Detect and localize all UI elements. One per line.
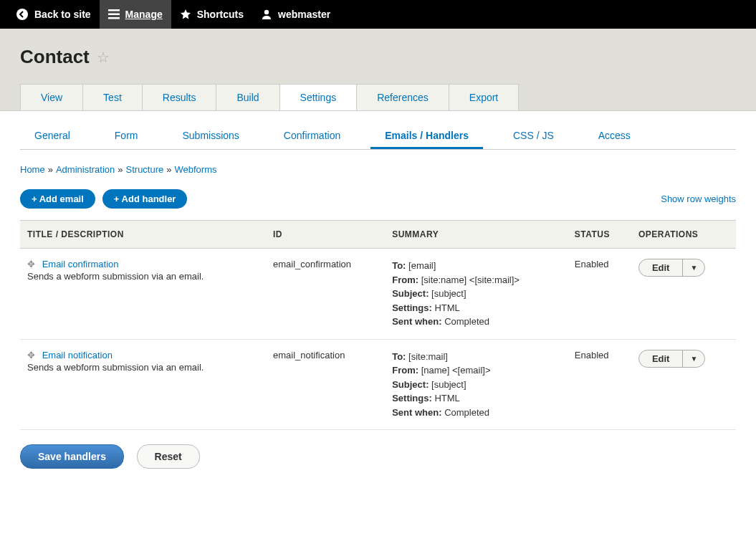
col-title: TITLE / DESCRIPTION — [20, 221, 266, 249]
summary-line: Subject: [subject] — [392, 287, 560, 301]
svg-rect-3 — [108, 17, 120, 19]
summary-line: To: [email] — [392, 259, 560, 273]
cell-operations: Edit▼ — [631, 339, 736, 430]
add-handler-button[interactable]: + Add handler — [102, 189, 188, 209]
favorite-star-icon[interactable]: ☆ — [97, 49, 110, 66]
tab-view[interactable]: View — [20, 84, 83, 110]
summary-line: Sent when: Completed — [392, 406, 560, 420]
operations-dropdown: Edit▼ — [638, 350, 705, 368]
page-title: Contact — [20, 46, 90, 68]
breadcrumb: Home»Administration»Structure»Webforms — [20, 164, 736, 175]
crumb-structure[interactable]: Structure — [126, 164, 164, 175]
svg-point-0 — [16, 9, 28, 20]
subtab-confirmation[interactable]: Confirmation — [269, 124, 355, 149]
operations-dropdown: Edit▼ — [638, 259, 705, 277]
tab-references[interactable]: References — [356, 84, 449, 110]
secondary-tabs: GeneralFormSubmissionsConfirmationEmails… — [20, 124, 736, 150]
subtab-submissions[interactable]: Submissions — [168, 124, 253, 149]
user-label: webmaster — [278, 9, 330, 20]
shortcuts-menu[interactable]: Shortcuts — [171, 0, 252, 29]
summary-line: From: [site:name] <[site:mail]> — [392, 273, 560, 287]
breadcrumb-separator: » — [48, 164, 53, 175]
content-region: GeneralFormSubmissionsConfirmationEmails… — [0, 111, 756, 497]
back-to-site-label: Back to site — [34, 9, 91, 20]
crumb-home[interactable]: Home — [20, 164, 45, 175]
bottom-actions: Save handlers Reset — [20, 444, 736, 469]
tab-settings[interactable]: Settings — [279, 84, 358, 110]
handler-description: Sends a webform submission via an email. — [27, 362, 259, 373]
col-summary: SUMMARY — [385, 221, 568, 249]
handler-title-link[interactable]: Email notification — [42, 350, 113, 360]
back-to-site[interactable]: Back to site — [7, 0, 100, 29]
save-handlers-button[interactable]: Save handlers — [20, 444, 124, 469]
shortcuts-label: Shortcuts — [197, 9, 244, 20]
user-menu[interactable]: webmaster — [252, 0, 339, 29]
page-header-region: Contact ☆ ViewTestResultsBuildSettingsRe… — [0, 29, 756, 111]
cell-status: Enabled — [568, 249, 631, 340]
breadcrumb-separator: » — [166, 164, 171, 175]
cell-summary: To: [email]From: [site:name] <[site:mail… — [385, 249, 568, 340]
add-email-button[interactable]: + Add email — [20, 189, 95, 209]
svg-rect-1 — [108, 9, 120, 11]
chevron-down-icon[interactable]: ▼ — [683, 350, 704, 367]
admin-toolbar: Back to site Manage Shortcuts webmaster — [0, 0, 756, 29]
col-id: ID — [266, 221, 385, 249]
subtab-general[interactable]: General — [20, 124, 85, 149]
subtab-css-js[interactable]: CSS / JS — [499, 124, 568, 149]
col-operations: OPERATIONS — [631, 221, 736, 249]
handlers-table: TITLE / DESCRIPTION ID SUMMARY STATUS OP… — [20, 220, 736, 430]
summary-line: From: [name] <[email]> — [392, 363, 560, 378]
chevron-down-icon[interactable]: ▼ — [683, 259, 704, 276]
user-icon — [261, 9, 272, 20]
tab-build[interactable]: Build — [216, 84, 279, 110]
summary-line: To: [site:mail] — [392, 350, 560, 364]
tab-export[interactable]: Export — [449, 84, 519, 110]
summary-line: Sent when: Completed — [392, 315, 560, 329]
cell-id: email_confirmation — [266, 249, 385, 340]
arrow-left-icon — [16, 8, 29, 21]
edit-button[interactable]: Edit — [639, 350, 684, 367]
cell-title: ✥ Email notificationSends a webform subm… — [20, 339, 266, 430]
cell-operations: Edit▼ — [631, 249, 736, 340]
cell-summary: To: [site:mail]From: [name] <[email]>Sub… — [385, 339, 568, 430]
table-row: ✥ Email notificationSends a webform subm… — [20, 339, 736, 430]
manage-menu[interactable]: Manage — [100, 0, 171, 29]
show-row-weights-link[interactable]: Show row weights — [661, 194, 736, 204]
summary-line: Settings: HTML — [392, 391, 560, 406]
hamburger-icon — [108, 9, 120, 19]
cell-title: ✥ Email confirmationSends a webform subm… — [20, 249, 266, 340]
crumb-webforms[interactable]: Webforms — [175, 164, 217, 175]
subtab-emails-handlers[interactable]: Emails / Handlers — [370, 124, 483, 149]
manage-label: Manage — [125, 9, 163, 20]
table-row: ✥ Email confirmationSends a webform subm… — [20, 249, 736, 340]
cell-status: Enabled — [568, 339, 631, 430]
reset-button[interactable]: Reset — [137, 444, 200, 469]
handler-description: Sends a webform submission via an email. — [27, 271, 259, 282]
star-icon — [180, 9, 191, 20]
subtab-access[interactable]: Access — [584, 124, 645, 149]
tab-results[interactable]: Results — [142, 84, 217, 110]
drag-handle-icon[interactable]: ✥ — [27, 259, 35, 269]
tab-test[interactable]: Test — [82, 84, 143, 110]
cell-id: email_notification — [266, 339, 385, 430]
crumb-administration[interactable]: Administration — [56, 164, 115, 175]
edit-button[interactable]: Edit — [639, 259, 684, 276]
summary-line: Subject: [subject] — [392, 378, 560, 392]
drag-handle-icon[interactable]: ✥ — [27, 350, 35, 360]
breadcrumb-separator: » — [118, 164, 123, 175]
svg-point-4 — [264, 10, 269, 14]
actions-row: + Add email + Add handler Show row weigh… — [20, 189, 736, 209]
handler-title-link[interactable]: Email confirmation — [42, 259, 119, 269]
svg-rect-2 — [108, 14, 120, 16]
col-status: STATUS — [568, 221, 631, 249]
subtab-form[interactable]: Form — [100, 124, 153, 149]
primary-tabs: ViewTestResultsBuildSettingsReferencesEx… — [20, 84, 736, 110]
summary-line: Settings: HTML — [392, 301, 560, 315]
